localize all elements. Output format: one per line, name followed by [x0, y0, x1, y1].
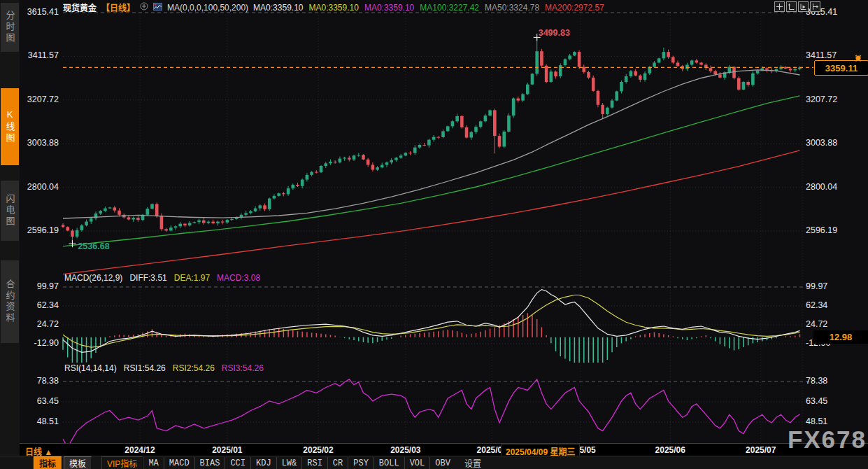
- macd-diff-value: DIFF:3.51: [129, 273, 166, 283]
- page-shift-tool-icon[interactable]: [810, 1, 820, 12]
- date-tick-label: 2025/02: [294, 445, 342, 455]
- ma-values: MA0:3359.10MA0:3359.10MA0:3359.10MA100:3…: [253, 3, 604, 13]
- macd-formula: MACD(26,12,9): [64, 273, 122, 283]
- rsi-header: RSI(14,14,14) RSI1:54.26 RSI2:54.26 RSI3…: [64, 363, 264, 373]
- indicator-tab-BIAS[interactable]: BIAS: [194, 457, 225, 469]
- indicator-tab-MA[interactable]: MA: [143, 457, 163, 469]
- date-tick-label: 2024/12: [116, 445, 164, 455]
- rsi2-value: RSI2:54.26: [173, 363, 215, 373]
- sidebar-item-kline-chart[interactable]: K线图: [1, 88, 19, 165]
- ma-legend-value: MA0:3359.10: [309, 3, 359, 13]
- axis-tick-label: 2800.04: [20, 182, 59, 192]
- macd-macd-value: MACD:3.08: [217, 273, 260, 283]
- sidebar-item-contract-info[interactable]: 合约资料: [1, 260, 19, 343]
- ma-legend-value: MA200:2972.57: [545, 3, 604, 13]
- sidebar-item-lightning-chart[interactable]: 闪电图: [1, 181, 19, 241]
- indicator-tab-PSY[interactable]: PSY: [348, 457, 373, 469]
- sidebar: 分时图 K线图 闪电图 合约资料: [0, 0, 20, 469]
- low-price-annotation: 2536.68: [78, 241, 109, 251]
- trading-chart-app: 分时图 K线图 闪电图 合约资料 现货黄金 【日线】 MA(0,0,0,100,…: [0, 0, 868, 469]
- axis-tick-label: 3207.72: [20, 94, 59, 104]
- rsi1-value: RSI1:54.26: [124, 363, 166, 373]
- indicator-tab-OBV[interactable]: OBV: [429, 457, 455, 469]
- sidebar-item-time-chart[interactable]: 分时图: [1, 3, 19, 52]
- axis-tick-label: 63.45: [806, 396, 855, 406]
- chart-tools: [774, 1, 820, 12]
- mini-chart-icon[interactable]: [153, 3, 162, 13]
- date-tick-label: 2025/03: [382, 445, 429, 455]
- indicator-tab-模板[interactable]: 模板: [64, 456, 92, 469]
- ma-legend-value: MA100:3227.42: [420, 3, 479, 13]
- indicator-tab-RSI[interactable]: RSI: [301, 457, 327, 469]
- axis-tick-label: 48.51: [806, 416, 855, 426]
- date-axis: 日线 ▲ 2024/122025/012025/022025/032025/04…: [20, 443, 868, 456]
- axis-tick-label: 78.38: [20, 376, 59, 386]
- axis-tick-label: 48.51: [20, 416, 59, 426]
- indicator-tab-指标[interactable]: 指标: [34, 456, 62, 469]
- axis-tick-label: 2596.19: [806, 225, 855, 235]
- indicator-tab-MACD[interactable]: MACD: [164, 457, 194, 469]
- indicator-tab-BOLL[interactable]: BOLL: [373, 457, 404, 469]
- price-alert-icon[interactable]: [854, 52, 862, 64]
- watermark: FX678: [788, 426, 867, 454]
- indicator-tab-KDJ[interactable]: KDJ: [250, 457, 276, 469]
- date-tick-label: 2025/07: [737, 445, 785, 455]
- rsi-formula: RSI(14,14,14): [64, 363, 117, 373]
- axis-tick-label: 3615.41: [20, 7, 59, 17]
- macd-dea-value: DEA:1.97: [174, 273, 210, 283]
- indicator-tab-VIP指标[interactable]: VIP指标: [101, 456, 143, 469]
- ma-legend-value: MA50:3324.78: [485, 3, 539, 13]
- indicator-tab-设置[interactable]: 设置: [460, 457, 486, 469]
- axis-tick-label: 3411.57: [806, 50, 855, 60]
- ma-legend-value: MA0:3359.10: [253, 3, 303, 13]
- macd-header: MACD(26,12,9) DIFF:3.51 DEA:1.97 MACD:3.…: [64, 273, 260, 283]
- axis-tick-label: 3003.88: [20, 138, 59, 148]
- chart-legend: 现货黄金 【日线】 MA(0,0,0,100,50,200) MA0:3359.…: [63, 2, 604, 13]
- axis-tick-label: 99.97: [806, 281, 855, 291]
- indicator-tab-LW&[interactable]: LW&: [276, 457, 302, 469]
- indicator-toolbar: 指标模板VIP指标MAMACDBIASCCIKDJLW&RSICRPSYBOLL…: [0, 456, 868, 469]
- axis-tick-label: 99.97: [20, 281, 59, 291]
- indicator-tab-CR[interactable]: CR: [327, 457, 348, 469]
- rsi3-value: RSI3:54.26: [222, 363, 264, 373]
- symbol-name: 现货黄金: [63, 1, 97, 13]
- axis-tick-label: 63.45: [20, 396, 59, 406]
- high-price-annotation: 3499.83: [539, 28, 570, 38]
- axis-tick-label: 3207.72: [806, 94, 855, 104]
- interval-tag: 【日线】: [101, 1, 135, 13]
- axis-tick-label: 3003.88: [806, 138, 855, 148]
- axis-tick-label: 62.34: [20, 300, 59, 310]
- date-tick-label: 2025/01: [204, 445, 251, 455]
- indicator-tab-VOL[interactable]: VOL: [404, 457, 430, 469]
- axis-tick-label: 78.38: [806, 376, 855, 386]
- ma-legend-value: MA0:3359.10: [364, 3, 414, 13]
- macd-last-value-label: 12.98: [813, 330, 868, 344]
- axis-tick-label: 2596.19: [20, 225, 59, 235]
- axis-tick-label: 24.72: [806, 319, 855, 329]
- axis-tick-label: 3411.57: [20, 50, 59, 60]
- ma-formula: MA(0,0,0,100,50,200): [167, 3, 248, 13]
- fit-vertical-tool-icon[interactable]: [786, 1, 797, 12]
- chart-canvas[interactable]: [0, 0, 868, 469]
- indicator-tab-CCI[interactable]: CCI: [225, 457, 250, 469]
- crosshair-tool-icon[interactable]: [774, 1, 785, 12]
- axis-tick-label: 24.72: [20, 319, 59, 329]
- scroll-right-tool-icon[interactable]: [798, 1, 809, 12]
- plus-circle-icon[interactable]: [140, 2, 148, 13]
- axis-tick-label: 62.34: [806, 300, 855, 310]
- axis-tick-label: -12.90: [20, 338, 59, 348]
- date-tick-label: 2025/06: [646, 445, 694, 455]
- axis-tick-label: 2800.04: [806, 182, 855, 192]
